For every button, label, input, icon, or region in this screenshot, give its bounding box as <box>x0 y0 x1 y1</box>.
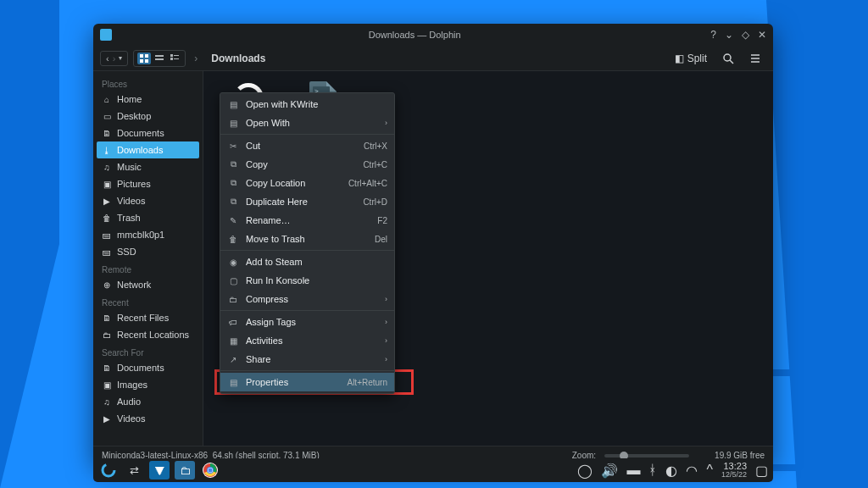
menu-item-label: Compress <box>246 294 378 304</box>
sidebar-item-trash[interactable]: 🗑Trash <box>93 209 203 226</box>
sidebar-item-icon: ⊕ <box>102 280 112 290</box>
sidebar-item-icon: ♫ <box>102 162 112 172</box>
menu-item-activities[interactable]: ▦Activities› <box>220 331 394 350</box>
split-button[interactable]: ◧ Split <box>670 51 712 66</box>
sidebar-item-recent-files[interactable]: 🗎Recent Files <box>93 309 203 326</box>
menu-item-rename[interactable]: ✎Rename…F2 <box>220 211 394 230</box>
app-launcher[interactable] <box>98 461 119 480</box>
search-icon <box>722 53 734 64</box>
sidebar-item-label: Videos <box>117 196 145 206</box>
hamburger-icon <box>749 53 761 64</box>
menu-item-label: Cut <box>246 141 357 151</box>
menu-item-add-to-steam[interactable]: ◉Add to Steam <box>220 252 394 271</box>
menu-item-share[interactable]: ↗Share› <box>220 350 394 369</box>
compact-view-button[interactable] <box>153 53 166 64</box>
menu-item-icon: ▤ <box>227 378 239 387</box>
menu-item-shortcut: F2 <box>377 216 387 225</box>
section-remote: Remote <box>93 260 203 276</box>
svg-point-10 <box>724 54 731 61</box>
menu-item-label: Copy Location <box>246 178 342 188</box>
sidebar-item-icon: 🖴 <box>102 247 112 257</box>
help-button[interactable]: ? <box>710 29 716 41</box>
sidebar-item-pictures[interactable]: ▣Pictures <box>93 175 203 192</box>
sidebar-item-label: SSD <box>117 247 136 257</box>
menu-item-icon: ◉ <box>227 258 239 267</box>
tray-volume-icon[interactable]: 🔊 <box>601 463 618 479</box>
maximize-button[interactable]: ◇ <box>742 29 749 41</box>
taskbar-discover[interactable]: ⯆ <box>149 461 170 480</box>
menu-item-compress[interactable]: 🗀Compress› <box>220 290 394 308</box>
context-menu: ▤Open with KWrite▤Open With›✂CutCtrl+X⧉C… <box>220 92 395 394</box>
sidebar-item-desktop[interactable]: ▭Desktop <box>93 108 203 125</box>
menu-separator <box>220 250 394 251</box>
svg-rect-7 <box>174 55 179 56</box>
sidebar: Places ⌂Home▭Desktop🗎Documents⭳Downloads… <box>93 71 203 446</box>
svg-point-15 <box>103 464 114 476</box>
menu-item-icon: ▤ <box>227 119 239 128</box>
menu-item-cut[interactable]: ✂CutCtrl+X <box>220 136 394 155</box>
tray-night-icon[interactable]: ◐ <box>665 463 677 479</box>
sidebar-item-images[interactable]: ▣Images <box>93 376 203 393</box>
menu-item-properties[interactable]: ▤PropertiesAlt+Return <box>220 373 394 391</box>
close-button[interactable]: ✕ <box>758 29 766 41</box>
taskbar-dolphin[interactable]: 🗀 <box>175 461 195 480</box>
taskbar-clock[interactable]: 13:23 12/5/22 <box>721 462 747 479</box>
menu-item-shortcut: Alt+Return <box>347 378 387 387</box>
breadcrumb-separator: › <box>194 53 198 64</box>
menu-item-open-with-kwrite[interactable]: ▤Open with KWrite <box>220 95 394 114</box>
breadcrumb[interactable]: Downloads <box>211 53 265 64</box>
sidebar-item-mmcblk0p1[interactable]: 🖴mmcblk0p1 <box>93 226 203 243</box>
tray-chevron-up-icon[interactable]: ^ <box>706 463 713 478</box>
forward-button[interactable]: › <box>113 53 116 64</box>
back-button[interactable]: ‹ <box>106 53 109 64</box>
menu-item-label: Open with KWrite <box>246 99 387 109</box>
tray-show-desktop-icon[interactable]: ▢ <box>755 463 768 479</box>
sidebar-item-label: Audio <box>117 396 141 407</box>
tray-battery-icon[interactable]: ▬ <box>626 463 640 478</box>
sidebar-item-home[interactable]: ⌂Home <box>93 91 203 108</box>
sidebar-item-documents[interactable]: 🗎Documents <box>93 359 203 376</box>
submenu-arrow-icon: › <box>385 295 387 303</box>
menu-item-label: Properties <box>246 377 340 387</box>
svg-rect-4 <box>155 55 164 57</box>
taskbar-settings[interactable]: ⇄ <box>124 461 144 480</box>
sidebar-item-documents[interactable]: 🗎Documents <box>93 125 203 141</box>
sidebar-item-audio[interactable]: ♫Audio <box>93 393 203 410</box>
sidebar-item-music[interactable]: ♫Music <box>93 158 203 175</box>
svg-rect-6 <box>170 54 173 57</box>
menu-item-copy-location[interactable]: ⧉Copy LocationCtrl+Alt+C <box>220 174 394 192</box>
menu-item-duplicate-here[interactable]: ⧉Duplicate HereCtrl+D <box>220 192 394 211</box>
menu-item-icon: 🏷 <box>227 318 239 327</box>
search-button[interactable] <box>717 51 739 66</box>
menu-separator <box>220 134 394 135</box>
minimize-button[interactable]: ⌄ <box>725 29 733 41</box>
tray-wifi-icon[interactable]: ◠ <box>686 463 698 479</box>
menu-button[interactable] <box>744 51 766 66</box>
sidebar-item-icon: ♫ <box>102 396 112 407</box>
tray-steam-icon[interactable]: ◯ <box>577 463 593 479</box>
menu-item-icon: 🗀 <box>227 295 239 304</box>
menu-item-copy[interactable]: ⧉CopyCtrl+C <box>220 155 394 174</box>
sidebar-item-videos[interactable]: ▶Videos <box>93 410 203 427</box>
svg-rect-5 <box>155 58 164 60</box>
menu-item-assign-tags[interactable]: 🏷Assign Tags› <box>220 313 394 331</box>
nav-dropdown[interactable]: ▾ <box>119 54 122 62</box>
details-view-button[interactable] <box>168 53 181 64</box>
sidebar-item-downloads[interactable]: ⭳Downloads <box>97 141 199 158</box>
sidebar-item-videos[interactable]: ▶Videos <box>93 192 203 209</box>
menu-item-label: Add to Steam <box>246 257 387 267</box>
sidebar-item-ssd[interactable]: 🖴SSD <box>93 243 203 260</box>
icons-view-button[interactable] <box>137 53 151 64</box>
menu-item-open-with[interactable]: ▤Open With› <box>220 114 394 132</box>
zoom-slider[interactable] <box>604 454 689 458</box>
sidebar-item-label: Images <box>117 380 147 390</box>
taskbar-chrome[interactable] <box>200 461 220 480</box>
sidebar-item-recent-locations[interactable]: 🗀Recent Locations <box>93 326 203 343</box>
sidebar-item-label: Documents <box>117 128 164 138</box>
sidebar-item-icon: 🖴 <box>102 230 112 240</box>
menu-item-run-in-konsole[interactable]: ▢Run In Konsole <box>220 271 394 290</box>
menu-item-move-to-trash[interactable]: 🗑Move to TrashDel <box>220 230 394 248</box>
tray-bluetooth-icon[interactable]: ᚼ <box>648 463 657 478</box>
sidebar-item-label: Recent Locations <box>117 330 189 340</box>
sidebar-item-network[interactable]: ⊕Network <box>93 276 203 293</box>
